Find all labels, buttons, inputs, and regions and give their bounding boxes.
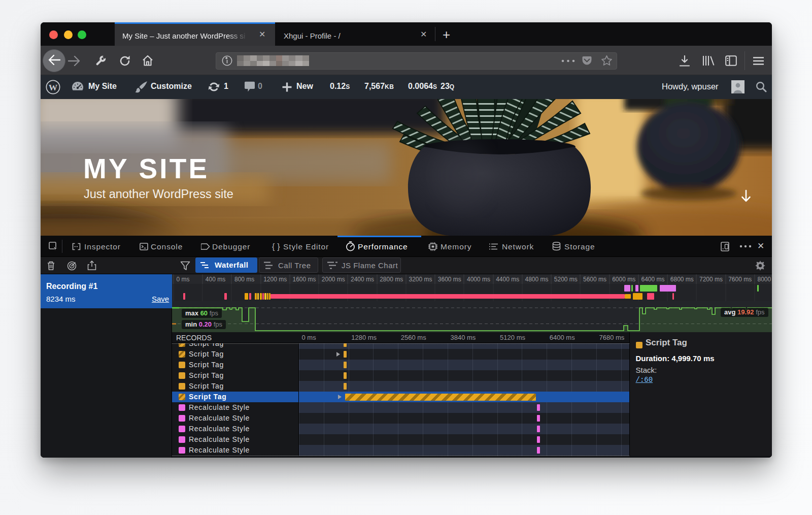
svg-text:W: W [49,82,58,92]
